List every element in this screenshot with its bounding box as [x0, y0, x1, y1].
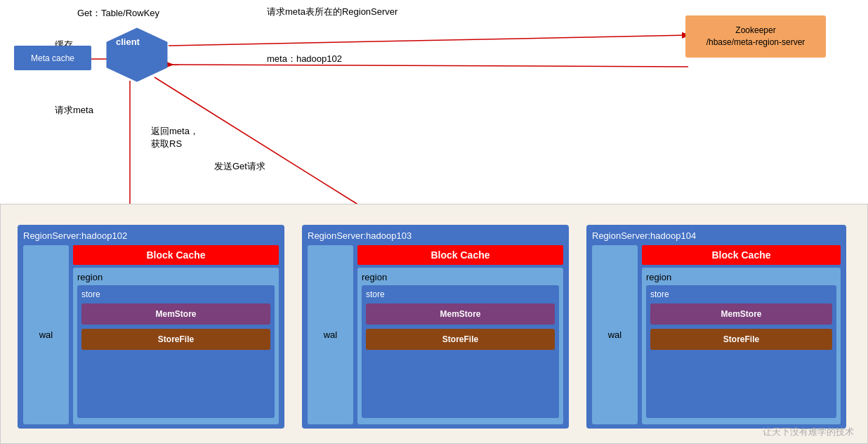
rs3-block-cache: Block Cache: [642, 245, 841, 265]
svg-line-1: [172, 65, 688, 67]
rs3-region-area: region store MemStore StoreFile: [642, 268, 841, 424]
rs2-region-area: region store MemStore StoreFile: [357, 268, 563, 424]
get-request-label: Get：Table/RowKey: [77, 7, 159, 20]
rs1-storefile: StoreFile: [81, 329, 270, 350]
rs1-wal: wal: [23, 245, 69, 424]
rs3-storefile: StoreFile: [650, 329, 832, 350]
rs1-right: Block Cache region store MemStore StoreF…: [73, 245, 279, 424]
rs2-right: Block Cache region store MemStore StoreF…: [357, 245, 563, 424]
region-server-2: RegionServer:hadoop103 wal Block Cache r…: [302, 225, 569, 429]
rs1-store-area: store MemStore StoreFile: [77, 285, 275, 418]
rs2-memstore: MemStore: [366, 303, 555, 325]
request-meta-label: 请求meta表所在的RegionServer: [267, 6, 397, 18]
watermark: 让天下没有难学的技术: [763, 426, 854, 438]
rs3-wal: wal: [592, 245, 638, 424]
client-label: client: [116, 37, 140, 47]
rs3-right: Block Cache region store MemStore StoreF…: [642, 245, 841, 424]
rs3-title: RegionServer:hadoop104: [592, 230, 841, 241]
rs2-store-area: store MemStore StoreFile: [362, 285, 559, 418]
rs2-wal: wal: [308, 245, 353, 424]
return-meta-label: 返回meta，: [151, 125, 199, 138]
rs3-store-area: store MemStore StoreFile: [646, 285, 836, 418]
request-meta-short-label: 请求meta: [55, 104, 93, 117]
rs3-store-label: store: [650, 289, 832, 299]
rs1-region-area: region store MemStore StoreFile: [73, 268, 279, 424]
rs2-storefile: StoreFile: [366, 329, 555, 350]
rs3-memstore: MemStore: [650, 303, 832, 325]
rs3-region-label: region: [646, 272, 836, 282]
rs1-store-label: store: [81, 289, 270, 299]
meta-response-label: meta：hadoop102: [267, 53, 342, 65]
get-rs-label: 获取RS: [151, 138, 182, 150]
rs1-region-label: region: [77, 272, 275, 282]
send-get-label: 发送Get请求: [214, 160, 265, 173]
meta-cache-label: Meta cache: [31, 53, 74, 63]
svg-line-0: [169, 35, 688, 46]
rs2-block-cache: Block Cache: [357, 245, 563, 265]
region-server-1: RegionServer:hadoop102 wal Block Cache r…: [18, 225, 284, 429]
rs1-memstore: MemStore: [81, 303, 270, 325]
zookeeper-box: Zookeeper/hbase/meta-region-server: [685, 15, 826, 58]
diagram-container: Get：Table/RowKey 请求meta表所在的RegionServer …: [0, 0, 868, 444]
zookeeper-label: Zookeeper/hbase/meta-region-server: [706, 25, 805, 48]
client-hexagon: [105, 27, 169, 83]
region-server-3: RegionServer:hadoop104 wal Block Cache r…: [586, 225, 846, 429]
rs1-block-cache: Block Cache: [73, 245, 279, 265]
rs2-title: RegionServer:hadoop103: [308, 230, 563, 241]
rs1-title: RegionServer:hadoop102: [23, 230, 279, 241]
meta-cache-box: Meta cache: [14, 46, 91, 70]
rs2-store-label: store: [366, 289, 555, 299]
rs2-region-label: region: [362, 272, 559, 282]
